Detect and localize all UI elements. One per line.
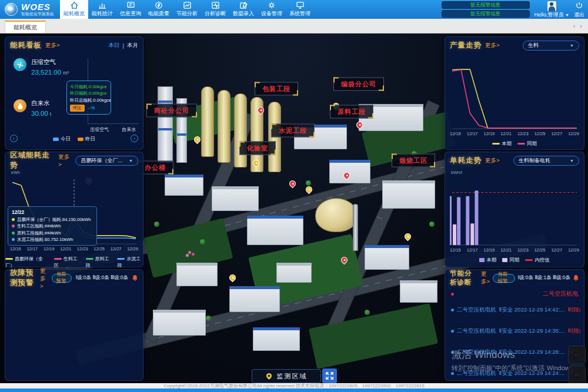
map-pin-icon[interactable] bbox=[228, 273, 238, 283]
more-link[interactable]: 更多> bbox=[485, 42, 500, 49]
bullet-dot-icon bbox=[451, 330, 454, 333]
x-tick-label: 12/23 bbox=[517, 131, 529, 136]
x-tick-label: 12/17 bbox=[467, 131, 478, 136]
area-label-bag-branch[interactable]: 编袋分公司 bbox=[333, 78, 384, 91]
map-pin-icon[interactable] bbox=[403, 232, 413, 242]
nav-item-data-entry[interactable]: 数据录入 bbox=[229, 0, 258, 19]
x-tick-label: 12/23 bbox=[517, 247, 529, 253]
nav-item-power-quality[interactable]: 电能质量 bbox=[145, 0, 173, 19]
kanban-tooltip: 今日能耗:0.00kgce 昨日能耗:0.00kgce 昨日总能耗:0.00kg… bbox=[66, 81, 111, 115]
side-tool-button[interactable] bbox=[568, 366, 586, 384]
panel-title: 单耗走势 bbox=[450, 156, 482, 166]
range-month-button[interactable]: 本月 bbox=[127, 42, 138, 49]
flower-patch bbox=[188, 251, 191, 254]
panel-title: 节能分析诊断 bbox=[450, 269, 479, 287]
x-label: 自来水 bbox=[122, 126, 136, 133]
building bbox=[165, 175, 203, 196]
tree bbox=[429, 222, 435, 227]
alarm-list-item[interactable]: 二号空压机电机 Ⅱ安全 2022-12-29 14:42:... 时段超限-关.… bbox=[451, 306, 580, 314]
x-tick-label: 12/23 bbox=[77, 246, 88, 252]
nav-item-energy-stats[interactable]: 能耗统计 bbox=[88, 0, 116, 19]
alarm-banner-2[interactable]: 暂无报警信息 bbox=[442, 10, 530, 18]
user-menu[interactable]: Hello,管理员 ▼ bbox=[534, 1, 569, 18]
fullscreen-button[interactable] bbox=[322, 368, 337, 383]
area-label-laboratory[interactable]: 化验室 bbox=[239, 142, 276, 155]
user-greeting: Hello,管理员 bbox=[534, 12, 564, 18]
top-navigation-bar: WOES 智能优化节能系统 能耗概览 能耗统计 信息查询 电能质量 bbox=[0, 0, 588, 19]
area-label-shangtong[interactable]: 商砼分公司 bbox=[146, 104, 197, 118]
x-tick-label: 12/15 bbox=[450, 131, 461, 136]
building bbox=[382, 180, 435, 209]
tab-scroll-left-icon[interactable]: ‹ bbox=[573, 22, 576, 29]
nav-item-energy-analysis[interactable]: 节能分析 bbox=[173, 0, 201, 19]
tab-bar: 能耗概览 ‹ › bbox=[0, 19, 588, 33]
alarm-dot-icon bbox=[451, 293, 454, 296]
tree bbox=[206, 316, 211, 321]
region-select-dropdown[interactable]: 昌鹏环保（全厂... ▼ bbox=[75, 156, 138, 166]
nav-item-device-mgmt[interactable]: 设备管理 bbox=[258, 0, 286, 19]
x-tick-label: 12/27 bbox=[111, 246, 122, 252]
logout-button[interactable]: 退出 bbox=[574, 1, 584, 19]
alarm-list-item[interactable]: 二号空压机电机 Ⅱ安全 2022-12-29 14:35:... 时段超限-关.… bbox=[451, 327, 580, 335]
alarm-list-item[interactable]: 二号空压机电机 Ⅱ安全 2022-12-29 14:24:... 时段超限-关.… bbox=[451, 370, 580, 377]
tree bbox=[154, 222, 159, 227]
monitor-area-button[interactable]: 监测区域 bbox=[252, 369, 321, 383]
x-tick-label: 12/21 bbox=[60, 246, 71, 252]
building bbox=[247, 216, 303, 245]
tab-energy-overview[interactable]: 能耗概览 bbox=[5, 21, 46, 33]
silo bbox=[218, 90, 230, 163]
tree bbox=[200, 239, 205, 244]
product-select-dropdown[interactable]: 生料 ▼ bbox=[523, 41, 579, 51]
range-today-button[interactable]: 本日 bbox=[109, 42, 120, 49]
app-logo: WOES 智能优化节能系统 bbox=[0, 0, 60, 19]
x-tick-label: 12/29 bbox=[568, 247, 579, 253]
building bbox=[400, 280, 437, 303]
building bbox=[153, 310, 206, 336]
unit-consumption-panel: 单耗走势 更多> 生料制备电耗 ▼ kWh/t 12/1512/1712/191… bbox=[445, 152, 584, 267]
system-icon bbox=[296, 1, 304, 9]
x-tick-label: 12/19 bbox=[483, 131, 495, 136]
carousel-prev-icon[interactable]: ‹ bbox=[10, 135, 18, 142]
area-label-calcination[interactable]: 煅烧工区 bbox=[392, 154, 435, 167]
x-tick-label: 12/19 bbox=[44, 246, 55, 252]
side-tool-button[interactable] bbox=[568, 346, 586, 364]
nav-item-system-mgmt[interactable]: 系统管理 bbox=[286, 0, 314, 19]
alarm-list-item[interactable]: 二号空压机电机 Ⅱ安全 2022-12-29 14:28:... 时段超限-关.… bbox=[451, 349, 580, 356]
bullet-dot-icon bbox=[451, 309, 454, 311]
alarm-bell-icon bbox=[132, 273, 138, 283]
media-skip-icon bbox=[573, 371, 581, 379]
tree bbox=[306, 180, 311, 186]
data-entry-icon bbox=[240, 1, 248, 9]
more-link[interactable]: 更多> bbox=[485, 157, 500, 165]
more-link[interactable]: 更多> bbox=[45, 42, 60, 49]
nav-item-info-query[interactable]: 信息查询 bbox=[116, 0, 145, 19]
energy-kanban-panel: 能耗看板 更多> 本日 | 本月 压缩空气 23,521.00m³ bbox=[5, 36, 143, 150]
alarm-banner-1[interactable]: 暂无报警信息 bbox=[442, 1, 530, 9]
x-tick-label: 12/25 bbox=[93, 246, 105, 252]
fault-warning-panel: 故障预测预警 更多> 当前预警 Ⅰ级:0条 Ⅱ级:0条 Ⅲ级:0条 bbox=[5, 269, 143, 381]
unit-consumption-chart bbox=[450, 176, 579, 246]
more-link[interactable]: 更多> bbox=[481, 270, 490, 286]
area-label-cement[interactable]: 水泥工段 bbox=[271, 124, 315, 138]
current-warning-badge: 当前预警 bbox=[52, 274, 72, 283]
consumption-type-dropdown[interactable]: 生料制备电耗 ▼ bbox=[513, 156, 579, 166]
x-tick-label: 12/21 bbox=[500, 131, 512, 136]
area-label-raw-material[interactable]: 原料工段 bbox=[330, 105, 373, 119]
nav-item-diagnosis[interactable]: 分析诊断 bbox=[201, 0, 229, 19]
map-pin-icon[interactable] bbox=[288, 179, 298, 189]
footer-accent-bar bbox=[0, 388, 588, 392]
building bbox=[212, 186, 259, 211]
more-link[interactable]: 更多> bbox=[58, 153, 72, 167]
lightning-icon bbox=[155, 1, 162, 9]
chart-tooltip: 12/22 昌鹏环保（全厂）能耗:84,150.00kWh 生料工区能耗:###… bbox=[8, 206, 97, 246]
region-energy-trend-panel: 区域能耗走势 更多> 昌鹏环保（全厂... ▼ kWh 12/1512/1712… bbox=[5, 152, 143, 267]
tree bbox=[365, 310, 370, 315]
map-pin-icon[interactable] bbox=[305, 185, 314, 195]
area-label-packaging[interactable]: 包装工段 bbox=[255, 82, 298, 96]
nav-item-energy-overview[interactable]: 能耗概览 bbox=[60, 0, 88, 19]
carousel-next-icon[interactable]: › bbox=[131, 135, 138, 142]
more-link[interactable]: 更多> bbox=[40, 267, 48, 289]
tab-scroll-right-icon[interactable]: › bbox=[580, 22, 582, 29]
bullet-dot-icon bbox=[451, 351, 454, 354]
ring-ratio-badge: 环比 bbox=[70, 105, 85, 112]
